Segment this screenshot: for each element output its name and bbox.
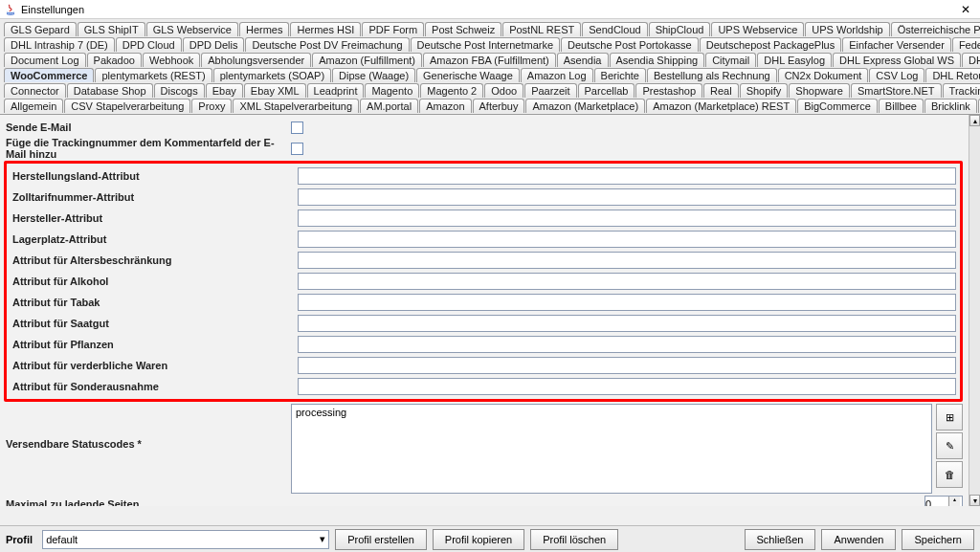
scroll-down-icon[interactable]: ▾ bbox=[969, 495, 980, 506]
tab-pakadoo[interactable]: Pakadoo bbox=[87, 53, 142, 67]
tab-leadprint[interactable]: Leadprint bbox=[307, 83, 365, 98]
tab-magento[interactable]: Magento bbox=[365, 83, 419, 98]
tab-amazon-fba-fulfillment-[interactable]: Amazon FBA (Fulfillment) bbox=[423, 53, 556, 67]
tab-billbee[interactable]: Billbee bbox=[879, 99, 924, 113]
tab-dpd-delis[interactable]: DPD Delis bbox=[183, 37, 245, 52]
input-attribut-f-r-verderbliche-waren[interactable] bbox=[298, 357, 956, 374]
tab-csv-log[interactable]: CSV Log bbox=[869, 68, 924, 82]
tab-shopware[interactable]: Shopware bbox=[789, 83, 850, 98]
tab-smartstore-net[interactable]: SmartStore.NET bbox=[851, 83, 942, 98]
tab-prestashop[interactable]: Prestashop bbox=[635, 83, 702, 98]
checkbox-send-email[interactable] bbox=[291, 121, 303, 134]
tab-afterbuy[interactable]: Afterbuy bbox=[473, 99, 525, 113]
tab-magento-2[interactable]: Magento 2 bbox=[420, 83, 483, 98]
input-statuscodes[interactable] bbox=[291, 404, 932, 494]
tab-dhl-easylog[interactable]: DHL Easylog bbox=[757, 53, 832, 67]
input-hersteller-attribut[interactable] bbox=[298, 210, 956, 227]
tab-plentymarkets-rest-[interactable]: plentymarkets (REST) bbox=[95, 68, 212, 82]
tab-asendia[interactable]: Asendia bbox=[557, 53, 609, 67]
input-lagerplatz-attribut[interactable] bbox=[298, 231, 956, 248]
tab-postnl-rest[interactable]: PostNL REST bbox=[502, 22, 581, 36]
edit-button[interactable]: ✎ bbox=[936, 432, 963, 459]
tab-dhl-gesch-ftskundenversand[interactable]: DHL Geschäftskundenversand bbox=[962, 53, 980, 67]
tab-einfacher-versender[interactable]: Einfacher Versender bbox=[842, 37, 951, 52]
tab-am-portal[interactable]: AM.portal bbox=[360, 99, 418, 113]
input-attribut-f-r-sonderausnahme[interactable] bbox=[298, 378, 956, 395]
tab-dpd-cloud[interactable]: DPD Cloud bbox=[116, 37, 182, 52]
add-button[interactable]: ⊞ bbox=[936, 404, 963, 431]
tab-webhook[interactable]: Webhook bbox=[143, 53, 200, 67]
tab-bigcommerce[interactable]: BigCommerce bbox=[797, 99, 878, 113]
tab-ebay-xml[interactable]: Ebay XML bbox=[244, 83, 306, 98]
tab-deutsche-post-portokasse[interactable]: Deutsche Post Portokasse bbox=[561, 37, 699, 52]
tab-proxy[interactable]: Proxy bbox=[191, 99, 232, 113]
tab-amazon-log[interactable]: Amazon Log bbox=[521, 68, 593, 82]
tab-trackingportal[interactable]: Trackingportal bbox=[943, 83, 980, 98]
tab-deutsche-post-dv-freimachung[interactable]: Deutsche Post DV Freimachung bbox=[245, 37, 409, 52]
tab-fedex-webservice[interactable]: Fedex Webservice bbox=[952, 37, 980, 52]
button-speichern[interactable]: Speichern bbox=[902, 529, 974, 550]
tab-citymail[interactable]: Citymail bbox=[705, 53, 756, 67]
tab--sterreichische-post[interactable]: Österreichische Post bbox=[891, 22, 980, 36]
tab-gls-shipit[interactable]: GLS ShipIT bbox=[78, 22, 145, 36]
tab-dipse-waage-[interactable]: Dipse (Waage) bbox=[332, 68, 415, 82]
tab-woocommerce[interactable]: WooCommerce bbox=[4, 68, 94, 82]
tab-ebay[interactable]: Ebay bbox=[206, 83, 243, 98]
vertical-scrollbar[interactable]: ▴ ▾ bbox=[969, 115, 980, 506]
tab-post-schweiz[interactable]: Post Schweiz bbox=[425, 22, 501, 36]
tab-amazon-marketplace-[interactable]: Amazon (Marketplace) bbox=[525, 99, 645, 113]
tab-bricklink[interactable]: Bricklink bbox=[924, 99, 977, 113]
tab-deutsche-post-internetmarke[interactable]: Deutsche Post Internetmarke bbox=[411, 37, 560, 52]
tab-xml-stapelverarbeitung[interactable]: XML Stapelverarbeitung bbox=[233, 99, 359, 113]
input-zolltarifnummer-attribut[interactable] bbox=[298, 188, 956, 206]
tab-allgemein[interactable]: Allgemein bbox=[4, 99, 63, 113]
tab-gls-webservice[interactable]: GLS Webservice bbox=[146, 22, 238, 36]
tab-shipcloud[interactable]: ShipCloud bbox=[649, 22, 711, 36]
tab-sendcloud[interactable]: SendCloud bbox=[582, 22, 647, 36]
chevron-up-icon[interactable]: ▴ bbox=[948, 497, 960, 504]
input-attribut-f-r-altersbeschr-nkung[interactable] bbox=[298, 252, 956, 269]
tab-amazon[interactable]: Amazon bbox=[419, 99, 471, 113]
scroll-up-icon[interactable]: ▴ bbox=[969, 115, 980, 126]
input-attribut-f-r-tabak[interactable] bbox=[298, 294, 956, 311]
tab-paarzeit[interactable]: Paarzeit bbox=[524, 83, 576, 98]
tab-cn2x-dokument[interactable]: CN2x Dokument bbox=[778, 68, 869, 82]
tab-shopify[interactable]: Shopify bbox=[740, 83, 789, 98]
tab-asendia-shipping[interactable]: Asendia Shipping bbox=[610, 53, 705, 67]
input-attribut-f-r-pflanzen[interactable] bbox=[298, 336, 956, 353]
tab-odoo[interactable]: Odoo bbox=[484, 83, 523, 98]
tab-berichte[interactable]: Berichte bbox=[594, 68, 646, 82]
input-attribut-f-r-alkohol[interactable] bbox=[298, 273, 956, 290]
tab-real[interactable]: Real bbox=[703, 83, 739, 98]
tab-generische-waage[interactable]: Generische Waage bbox=[416, 68, 520, 82]
tab-database-shop[interactable]: Database Shop bbox=[67, 83, 153, 98]
button-schliessen[interactable]: Schließen bbox=[745, 529, 816, 550]
delete-button[interactable]: 🗑 bbox=[936, 461, 963, 488]
close-icon[interactable]: ✕ bbox=[955, 3, 976, 16]
tab-hermes[interactable]: Hermes bbox=[239, 22, 290, 36]
tab-dhl-express-global-ws[interactable]: DHL Express Global WS bbox=[833, 53, 961, 67]
spinner-max-pages[interactable]: 0 ▴▾ bbox=[924, 496, 963, 506]
tab-connector[interactable]: Connector bbox=[4, 83, 66, 98]
combo-profil[interactable]: default ▾ bbox=[42, 530, 329, 549]
tab-document-log[interactable]: Document Log bbox=[4, 53, 86, 67]
tab-deutschepost-packageplus[interactable]: Deutschepost PackagePlus bbox=[700, 37, 842, 52]
tab-discogs[interactable]: Discogs bbox=[154, 83, 205, 98]
input-attribut-f-r-saatgut[interactable] bbox=[298, 315, 956, 332]
tab-abholungsversender[interactable]: Abholungsversender bbox=[201, 53, 311, 67]
button-profil-kopieren[interactable]: Profil kopieren bbox=[433, 529, 524, 550]
button-profil-loeschen[interactable]: Profil löschen bbox=[530, 529, 618, 550]
tab-ups-worldship[interactable]: UPS Worldship bbox=[805, 22, 889, 36]
chevron-down-icon[interactable]: ▾ bbox=[948, 504, 960, 506]
tab-dhl-retoure[interactable]: DHL Retoure bbox=[925, 68, 980, 82]
tab-amazon-fulfillment-[interactable]: Amazon (Fulfillment) bbox=[312, 53, 422, 67]
tab-pdf-form[interactable]: PDF Form bbox=[362, 22, 424, 36]
tab-plentymarkets-soap-[interactable]: plentymarkets (SOAP) bbox=[213, 68, 331, 82]
tab-dhl-intraship-7-de-[interactable]: DHL Intraship 7 (DE) bbox=[4, 37, 115, 52]
tab-amazon-marketplace-rest[interactable]: Amazon (Marketplace) REST bbox=[646, 99, 796, 113]
tab-csv-stapelverarbeitung[interactable]: CSV Stapelverarbeitung bbox=[64, 99, 190, 113]
tab-ups-webservice[interactable]: UPS Webservice bbox=[711, 22, 804, 36]
tab-parcellab[interactable]: Parcellab bbox=[578, 83, 635, 98]
tab-hermes-hsi[interactable]: Hermes HSI bbox=[290, 22, 361, 36]
tab-gls-gepard[interactable]: GLS Gepard bbox=[4, 22, 77, 36]
